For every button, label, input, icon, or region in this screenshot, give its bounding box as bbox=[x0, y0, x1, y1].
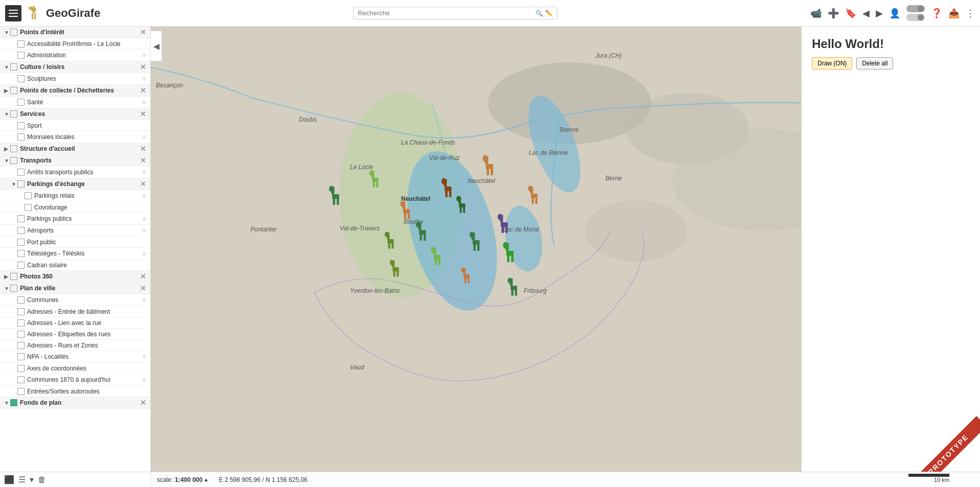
layer-close-services[interactable]: ✕ bbox=[140, 110, 146, 118]
list-icon[interactable]: ☰ bbox=[18, 475, 26, 484]
layer-item-parkings_relais[interactable]: Parkings relais≡ bbox=[0, 190, 150, 202]
layer-close-collecte[interactable]: ✕ bbox=[140, 86, 146, 95]
layer-drag-monnaies[interactable]: ≡ bbox=[142, 133, 146, 141]
layer-item-sante[interactable]: Santé≡ bbox=[0, 97, 150, 108]
layer-item-adresses_rues[interactable]: Adresses - Rues et Zones bbox=[0, 340, 150, 351]
layer-checkbox-fonds_plan[interactable] bbox=[10, 399, 17, 406]
layer-close-culture[interactable]: ✕ bbox=[140, 63, 146, 71]
layer-checkbox-npa[interactable] bbox=[17, 353, 25, 360]
layer-checkbox-photos[interactable] bbox=[10, 273, 17, 280]
layer-checkbox-sante[interactable] bbox=[17, 99, 25, 106]
delete-all-button[interactable]: Delete all bbox=[856, 57, 893, 69]
layer-item-parkings_publics[interactable]: Parkings publics≡ bbox=[0, 213, 150, 225]
back-icon[interactable]: ◀ bbox=[862, 8, 870, 19]
layer-item-axes[interactable]: Axes de coordonnées bbox=[0, 363, 150, 374]
giraffe-icon-4[interactable] bbox=[478, 154, 497, 185]
giraffe-icon-1[interactable] bbox=[365, 170, 382, 196]
layer-drag-sante[interactable]: ≡ bbox=[142, 98, 146, 106]
layer-close-poi[interactable]: ✕ bbox=[140, 28, 146, 36]
layer-drag-npa[interactable]: ≡ bbox=[142, 353, 146, 361]
layer-drag-arrets[interactable]: ≡ bbox=[142, 168, 146, 176]
layer-checkbox-axes[interactable] bbox=[17, 365, 25, 372]
layer-checkbox-adresses_entree[interactable] bbox=[17, 308, 25, 315]
layer-checkbox-aeroports[interactable] bbox=[17, 227, 25, 234]
giraffe-icon-9[interactable] bbox=[381, 231, 397, 258]
layer-drag-parkings_relais[interactable]: ≡ bbox=[142, 192, 146, 200]
layer-drag-aeroports[interactable]: ≡ bbox=[142, 226, 146, 235]
layer-checkbox-monnaies[interactable] bbox=[17, 133, 25, 141]
layer-checkbox-arrets[interactable] bbox=[17, 169, 25, 176]
layer-drag-administration[interactable]: ≡ bbox=[142, 51, 146, 59]
layer-item-accessibilite[interactable]: Accessibilité ProInfirmis - Le Locle bbox=[0, 38, 150, 50]
user-icon[interactable]: 👤 bbox=[889, 8, 900, 19]
layer-item-entrees_sorties[interactable]: Entrées/Sorties autoroutes bbox=[0, 386, 150, 397]
layer-item-arrets[interactable]: Arrêts transports publics≡ bbox=[0, 167, 150, 178]
add-icon[interactable]: ➕ bbox=[828, 8, 839, 19]
giraffe-icon-0[interactable] bbox=[324, 185, 343, 215]
giraffe-icon-14[interactable] bbox=[457, 267, 473, 292]
layer-checkbox-parkings_echange[interactable] bbox=[17, 180, 25, 188]
layer-close-transports[interactable]: ✕ bbox=[140, 156, 146, 165]
collapse-panel-button[interactable]: ◀ bbox=[151, 31, 162, 61]
layer-item-parkings_echange[interactable]: ▼Parkings d'échange✕ bbox=[0, 178, 150, 190]
layer-item-administration[interactable]: Administration≡ bbox=[0, 50, 150, 61]
search-icon[interactable]: 🔍 bbox=[535, 10, 543, 17]
layer-item-monnaies[interactable]: Monnaies locales≡ bbox=[0, 131, 150, 143]
layer-close-structure[interactable]: ✕ bbox=[140, 145, 146, 153]
layer-item-sport[interactable]: Sport bbox=[0, 120, 150, 131]
layer-item-aeroports[interactable]: Aéroports≡ bbox=[0, 225, 150, 237]
layer-checkbox-administration[interactable] bbox=[17, 52, 25, 59]
bookmark-icon[interactable]: 🔖 bbox=[845, 8, 856, 19]
layer-checkbox-sport[interactable] bbox=[17, 122, 25, 129]
layer-checkbox-structure[interactable] bbox=[10, 145, 17, 152]
share-icon[interactable]: 📤 bbox=[948, 8, 960, 19]
layer-drag-communes[interactable]: ≡ bbox=[142, 296, 146, 304]
layer-checkbox-adresses_etiquettes[interactable] bbox=[17, 331, 25, 338]
layer-drag-sculptures[interactable]: ≡ bbox=[142, 75, 146, 83]
layer-checkbox-adresses_rues[interactable] bbox=[17, 342, 25, 349]
dropdown-icon[interactable]: ▾ bbox=[30, 475, 34, 484]
layer-checkbox-accessibilite[interactable] bbox=[17, 40, 25, 48]
layer-checkbox-collecte[interactable] bbox=[10, 87, 17, 94]
layer-item-plan_ville[interactable]: ▼Plan de ville✕ bbox=[0, 283, 150, 294]
layer-checkbox-sculptures[interactable] bbox=[17, 75, 25, 82]
layer-drag-teleskis[interactable]: ≡ bbox=[142, 249, 146, 258]
menu-button[interactable] bbox=[5, 5, 21, 21]
layer-item-transports[interactable]: ▼Transports✕ bbox=[0, 155, 150, 167]
layer-item-adresses_lien[interactable]: Adresses - Lien avec la rue bbox=[0, 317, 150, 329]
layer-item-adresses_entree[interactable]: Adresses - Entrée de bâtiment bbox=[0, 306, 150, 317]
layer-item-services[interactable]: ▼Services✕ bbox=[0, 108, 150, 120]
layer-checkbox-port[interactable] bbox=[17, 239, 25, 246]
edit-icon[interactable]: ✏️ bbox=[545, 10, 553, 17]
layer-item-port[interactable]: Port public bbox=[0, 237, 150, 248]
layer-checkbox-teleskis[interactable] bbox=[17, 250, 25, 257]
layer-item-cadran[interactable]: Cadran solaire bbox=[0, 260, 150, 271]
layer-checkbox-covoiturage[interactable] bbox=[25, 204, 32, 211]
layer-checkbox-cadran[interactable] bbox=[17, 262, 25, 269]
search-input[interactable] bbox=[358, 9, 533, 17]
layer-item-sculptures[interactable]: Sculptures≡ bbox=[0, 73, 150, 85]
layer-item-adresses_etiquettes[interactable]: Adresses - Etiquettes des rues bbox=[0, 329, 150, 340]
layer-item-poi[interactable]: ▼Points d'intérêt✕ bbox=[0, 27, 150, 38]
forward-icon[interactable]: ▶ bbox=[876, 8, 883, 19]
giraffe-icon-15[interactable] bbox=[503, 277, 521, 305]
layer-item-npa[interactable]: NPA - Localités≡ bbox=[0, 351, 150, 363]
layer-drag-parkings_publics[interactable]: ≡ bbox=[142, 215, 146, 223]
giraffe-icon-12[interactable] bbox=[498, 241, 518, 272]
layer-drag-communes_hist[interactable]: ≡ bbox=[142, 376, 146, 384]
toggle-1[interactable] bbox=[906, 5, 925, 12]
layer-checkbox-communes[interactable] bbox=[17, 296, 25, 304]
layer-checkbox-plan_ville[interactable] bbox=[10, 285, 17, 292]
trash-icon[interactable]: 🗑 bbox=[38, 475, 46, 484]
giraffe-icon-2[interactable] bbox=[396, 200, 413, 228]
layers-icon[interactable]: ⬛ bbox=[4, 475, 14, 484]
draw-button[interactable]: Draw (ON) bbox=[812, 57, 852, 69]
layer-item-photos[interactable]: ▶Photos 360✕ bbox=[0, 271, 150, 283]
layer-item-fonds_plan[interactable]: ▼Fonds de plan✕ bbox=[0, 397, 150, 409]
layer-item-culture[interactable]: ▼Culture / loisirs✕ bbox=[0, 61, 150, 73]
more-icon[interactable]: ⋮ bbox=[966, 8, 975, 19]
giraffe-icon-10[interactable] bbox=[427, 246, 444, 274]
layer-close-plan_ville[interactable]: ✕ bbox=[140, 284, 146, 292]
layer-checkbox-poi[interactable] bbox=[10, 29, 17, 36]
toggle-2[interactable] bbox=[906, 14, 925, 21]
